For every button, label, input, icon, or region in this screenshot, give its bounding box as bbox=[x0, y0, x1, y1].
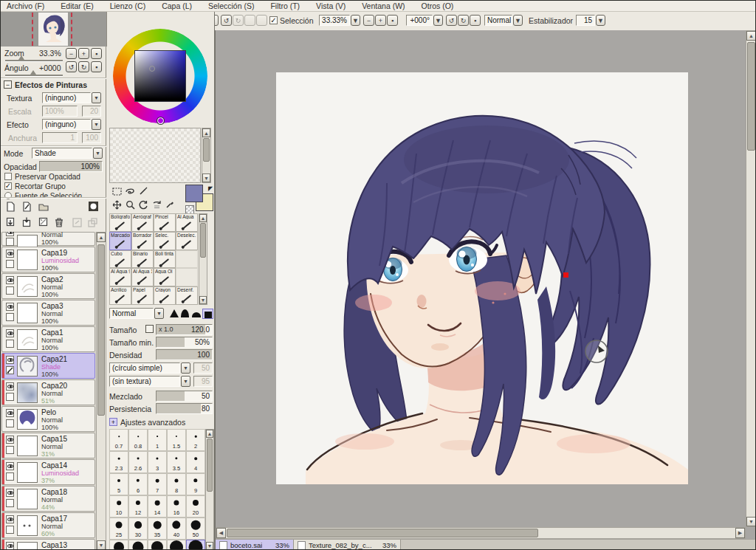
scratchpad-scroll-down-button[interactable]: ▼ bbox=[202, 173, 210, 182]
effect-dropdown-button[interactable]: ▼ bbox=[92, 119, 101, 130]
layer-visibility-toggle[interactable] bbox=[6, 462, 14, 470]
nav-zoom-in-button[interactable]: + bbox=[78, 48, 89, 59]
canvas-area[interactable]: ▲ ▼ ◀ ▶ boceto.sai33%Texture_082_by_c...… bbox=[215, 30, 756, 550]
brush-size-16[interactable]: 16 bbox=[167, 495, 186, 518]
nav-rotate-ccw-button[interactable]: ↺ bbox=[66, 61, 77, 72]
layer-extra-toggle[interactable] bbox=[6, 446, 14, 454]
stabilizer-value-field[interactable]: 15 bbox=[576, 15, 595, 26]
brush-size-25[interactable]: 25 bbox=[109, 518, 128, 540]
layer-thumbnail[interactable] bbox=[17, 356, 38, 377]
brush-deselec-[interactable]: Deselec. bbox=[176, 232, 198, 250]
layers-scrollbar[interactable]: ▲ ▼ bbox=[96, 232, 106, 550]
document-tab-boceto-sai[interactable]: boceto.sai33% bbox=[216, 540, 294, 550]
brush-pincel[interactable]: Pincel bbox=[154, 213, 176, 232]
brush-boli-tinta[interactable]: Boli tinta bbox=[154, 250, 176, 269]
layer-row-capa14[interactable]: Capa14Luminosidad37% bbox=[1, 459, 95, 485]
advanced-settings-expand-button[interactable]: + bbox=[109, 418, 117, 426]
nav-angle-slider-thumb[interactable] bbox=[30, 70, 36, 75]
canvas-horizontal-scrollbar[interactable]: ◀ ▶ bbox=[216, 527, 746, 539]
transfer-down-button[interactable] bbox=[4, 216, 17, 228]
brush-al-agua-9[interactable]: Al Agua 9 bbox=[109, 268, 131, 286]
brush-size-1[interactable]: 1 bbox=[148, 429, 167, 451]
canvas-blend-dropdown[interactable]: Normal bbox=[484, 15, 512, 26]
stabilizer-dropdown-button[interactable]: ▼ bbox=[596, 15, 605, 26]
density-slider[interactable]: 100 bbox=[156, 349, 213, 360]
document-canvas[interactable] bbox=[276, 72, 688, 484]
nav-zoom-reset-button[interactable]: ▪ bbox=[91, 48, 102, 59]
size-grid-scrollbar[interactable]: ▲ ▼ bbox=[205, 429, 214, 550]
rotate-ccw-button[interactable]: ↺ bbox=[446, 15, 457, 26]
brush-al-agua-10[interactable]: Al Agua 10 bbox=[131, 268, 154, 286]
brush-binario[interactable]: Binario bbox=[131, 250, 154, 269]
new-layer-button[interactable] bbox=[4, 201, 17, 213]
sv-square-marker[interactable] bbox=[149, 66, 155, 72]
layer-extra-toggle[interactable] bbox=[6, 419, 14, 427]
layer-opacity-slider[interactable]: 100% bbox=[39, 161, 103, 172]
scratchpad-scrollbar-thumb[interactable] bbox=[203, 138, 210, 162]
layer-row-capa15[interactable]: Capa15Normal31% bbox=[1, 433, 95, 458]
menu-item-ventana[interactable]: Ventana (W) bbox=[362, 1, 405, 10]
layer-thumbnail[interactable] bbox=[17, 462, 38, 483]
layer-visibility-toggle[interactable] bbox=[6, 382, 14, 391]
new-folder-button[interactable] bbox=[37, 201, 49, 213]
invert-selection-button[interactable] bbox=[256, 15, 267, 26]
selection-visibility-checkbox[interactable]: ✓ bbox=[269, 16, 278, 24]
scratchpad-scrollbar[interactable]: ▲ ▼ bbox=[202, 128, 211, 183]
layers-scroll-up-button[interactable]: ▲ bbox=[97, 233, 106, 242]
size-scroll-down-button[interactable]: ▼ bbox=[206, 542, 213, 550]
layer-thumbnail[interactable] bbox=[17, 382, 38, 403]
brush-size-120[interactable]: 120 bbox=[186, 540, 205, 550]
brush-crayon[interactable]: Crayon bbox=[154, 286, 176, 305]
layer-extra-toggle[interactable] bbox=[6, 366, 14, 374]
rotate-cw-button[interactable]: ↻ bbox=[458, 15, 469, 26]
swatch-menu-arrow[interactable]: ◤ bbox=[208, 185, 213, 192]
layer-extra-toggle[interactable] bbox=[6, 238, 14, 246]
canvas-scroll-right-button[interactable]: ▶ bbox=[735, 528, 745, 538]
brush-scrollbar-thumb[interactable] bbox=[200, 223, 206, 258]
brush-size-0.8[interactable]: 0.8 bbox=[128, 429, 148, 451]
canvas-vscrollbar-thumb[interactable] bbox=[747, 42, 755, 151]
size-scroll-up-button[interactable]: ▲ bbox=[206, 430, 213, 438]
canvas-blend-dropdown-button[interactable]: ▼ bbox=[513, 15, 523, 26]
nav-zoom-slider[interactable] bbox=[5, 60, 63, 62]
brush-size-2.3[interactable]: 2.3 bbox=[109, 451, 128, 473]
menu-item-otros[interactable]: Otros (O) bbox=[422, 1, 454, 10]
persistence-slider[interactable]: 80 bbox=[156, 403, 213, 414]
layer-visibility-toggle[interactable] bbox=[6, 542, 14, 550]
brush-texture-dropdown[interactable]: (sin textura) bbox=[109, 376, 180, 387]
brush-size-60[interactable]: 60 bbox=[109, 540, 128, 550]
zoom-level-field[interactable]: 33.33% bbox=[319, 15, 350, 26]
layer-extra-toggle[interactable] bbox=[6, 499, 14, 507]
layer-mode-dropdown-button[interactable]: ▼ bbox=[93, 148, 103, 159]
blending-slider[interactable]: 50 bbox=[156, 391, 213, 402]
brush-size-3.5[interactable]: 3.5 bbox=[167, 451, 186, 473]
brush-size-6[interactable]: 6 bbox=[128, 473, 148, 495]
effect-dropdown[interactable]: (ninguno) bbox=[42, 119, 91, 130]
zoom-out-button[interactable]: − bbox=[363, 15, 374, 26]
brush-size-80[interactable]: 80 bbox=[148, 540, 167, 550]
layer-thumbnail[interactable] bbox=[17, 542, 38, 550]
brush-agua-ol[interactable]: Agua Ol bbox=[154, 268, 176, 286]
layer-mask-button[interactable] bbox=[87, 200, 100, 212]
layer-thumbnail[interactable] bbox=[17, 515, 38, 536]
brush-texture-dropdown-button[interactable]: ▼ bbox=[181, 376, 190, 387]
layer-visibility-toggle[interactable] bbox=[6, 436, 14, 444]
brush-size-14[interactable]: 14 bbox=[148, 495, 167, 518]
layer-thumbnail[interactable] bbox=[17, 409, 38, 430]
nav-angle-reset-button[interactable]: ▪ bbox=[91, 61, 102, 72]
brush-scroll-down-button[interactable]: ▼ bbox=[199, 296, 207, 304]
new-linework-layer-button[interactable] bbox=[21, 201, 33, 213]
brush-palette-scrollbar[interactable]: ▲ ▼ bbox=[199, 213, 207, 305]
size-scrollbar-thumb[interactable] bbox=[207, 439, 213, 492]
layer-row-capa20[interactable]: Capa20Normal51% bbox=[1, 379, 95, 405]
brush-size-70[interactable]: 70 bbox=[128, 540, 148, 550]
layer-option-checkbox[interactable] bbox=[4, 173, 12, 180]
brush-size-12[interactable]: 12 bbox=[128, 495, 148, 518]
layers-scroll-down-button[interactable]: ▼ bbox=[97, 540, 106, 550]
canvas-scroll-down-button[interactable]: ▼ bbox=[746, 517, 756, 526]
brush-size-20[interactable]: 20 bbox=[186, 495, 205, 518]
brush-scroll-up-button[interactable]: ▲ bbox=[199, 214, 207, 222]
nav-rotate-cw-button[interactable]: ↻ bbox=[78, 61, 89, 72]
menu-item-archivo[interactable]: Archivo (F) bbox=[7, 1, 44, 10]
brush-edge-hard-icon[interactable] bbox=[169, 309, 179, 317]
